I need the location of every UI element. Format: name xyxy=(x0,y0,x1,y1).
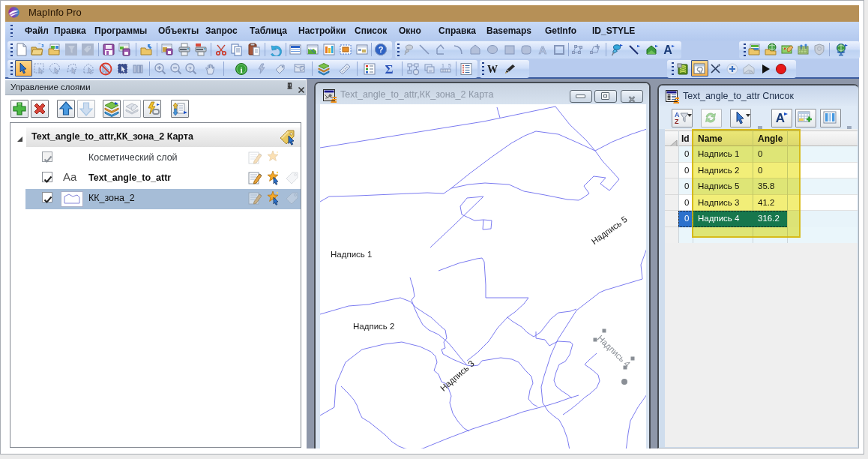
svg-text:A: A xyxy=(776,111,785,125)
svg-text:Надпись 2: Надпись 2 xyxy=(353,322,394,331)
svg-text:Aa: Aa xyxy=(63,170,77,183)
svg-text:i: i xyxy=(240,65,242,74)
svg-text:Надпись 3: Надпись 3 xyxy=(438,358,476,393)
svg-text:?: ? xyxy=(379,45,384,54)
svg-text:Z: Z xyxy=(675,118,679,125)
svg-text:1: 1 xyxy=(441,63,444,68)
svg-text:Σ: Σ xyxy=(385,62,393,76)
svg-text:Надпись 4: Надпись 4 xyxy=(596,333,633,368)
svg-text:W: W xyxy=(487,64,498,75)
svg-text:Надпись 1: Надпись 1 xyxy=(331,250,372,259)
svg-text:5: 5 xyxy=(448,63,451,68)
svg-text:A: A xyxy=(539,44,547,56)
svg-text:?: ? xyxy=(188,65,192,72)
svg-text:Надпись 5: Надпись 5 xyxy=(590,214,629,246)
svg-text:A: A xyxy=(663,44,672,56)
